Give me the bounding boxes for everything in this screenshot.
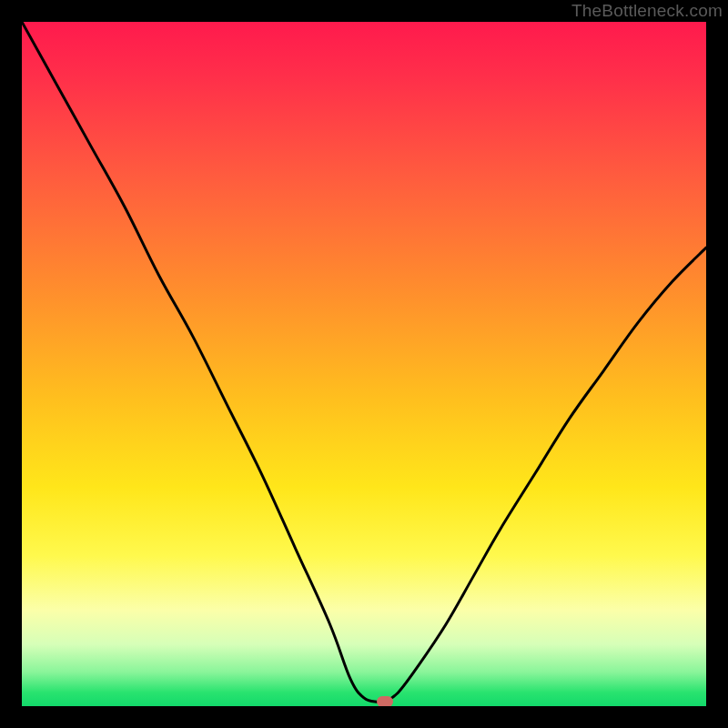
bottleneck-curve xyxy=(22,22,706,706)
curve-right-branch xyxy=(385,248,706,702)
optimum-marker xyxy=(377,696,393,706)
curve-left-branch xyxy=(22,22,385,703)
attribution-label: TheBottleneck.com xyxy=(571,1,723,21)
plot-area xyxy=(22,22,706,706)
chart-frame: TheBottleneck.com xyxy=(0,0,728,728)
